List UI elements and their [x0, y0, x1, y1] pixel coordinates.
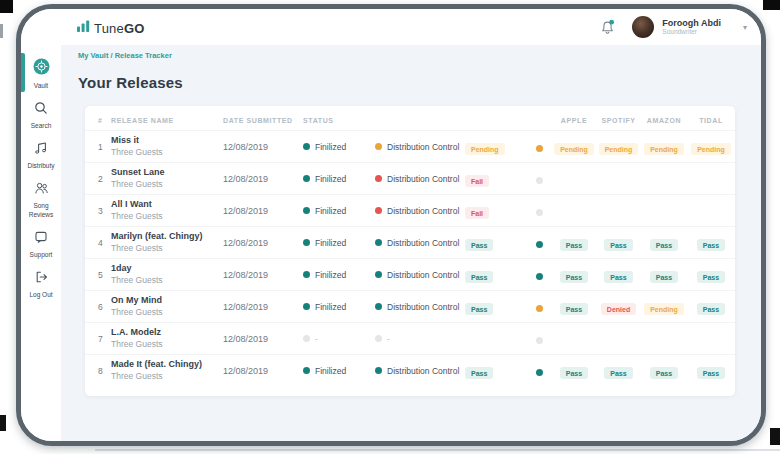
release-artist: Three Guests: [111, 243, 223, 254]
status-label: -: [387, 334, 390, 344]
status-badge: Pass: [560, 303, 588, 315]
spotify-result-cell: Pass: [596, 355, 641, 387]
sidebar-item-support[interactable]: Support: [21, 224, 61, 264]
status-badge: Pending: [691, 143, 731, 155]
amazon-result-cell: Pending: [641, 291, 687, 323]
status-dot-yellow: [536, 145, 543, 152]
status-dot-teal: [375, 303, 382, 310]
table-row[interactable]: 2Sunset LaneThree Guests12/08/2019Finili…: [85, 163, 735, 195]
finalized-status-cell: Finilized: [303, 195, 375, 227]
tidal-result-cell: [687, 163, 735, 195]
notifications-bell-icon[interactable]: [599, 19, 616, 36]
overall-result-cell: Pass: [465, 355, 527, 387]
finalized-status-cell: Finilized: [303, 355, 375, 387]
status-label: Distribution Control: [387, 174, 459, 184]
overall-result-cell: [465, 323, 527, 355]
distribution-status-cell: Distribution Control: [375, 291, 465, 323]
date-submitted: 12/08/2019: [223, 227, 303, 259]
release-name: L.A. Modelz: [111, 327, 223, 339]
release-artist: Three Guests: [111, 371, 223, 382]
overall-result-cell: Pending: [465, 131, 527, 163]
distribution-status-cell: Distribution Control: [375, 355, 465, 387]
sidebar-item-label: Log Out: [29, 291, 52, 299]
distribution-status-cell: Distribution Control: [375, 195, 465, 227]
status-dot-gray: [536, 177, 543, 184]
amazon-result-cell: Pending: [641, 131, 687, 163]
platform-status-dot-cell: [527, 355, 552, 387]
sidebar-item-search[interactable]: Search: [21, 95, 61, 135]
row-number: 2: [85, 163, 111, 195]
status-badge: Pass: [465, 271, 493, 283]
status-label: Finilized: [315, 302, 346, 312]
table-row[interactable]: 4Marilyn (feat. Chingy)Three Guests12/08…: [85, 227, 735, 259]
sidebar-item-vault[interactable]: Vault: [21, 52, 61, 95]
table-row[interactable]: 51dayThree Guests12/08/2019FinilizedDist…: [85, 259, 735, 291]
table-row[interactable]: 8Made It (feat. Chingy)Three Guests12/08…: [85, 355, 735, 387]
distribution-status-cell: Distribution Control: [375, 259, 465, 291]
column-header-apple: APPLE: [552, 106, 596, 131]
main-content: My Vault / Release Tracker Your Releases…: [61, 45, 761, 441]
column-header-status: STATUS: [303, 106, 465, 131]
mockup-edge-mark-left: [0, 24, 3, 38]
table-row[interactable]: 3All I WantThree Guests12/08/2019Finiliz…: [85, 195, 735, 227]
sidebar-item-song-reviews[interactable]: Song Reviews: [21, 175, 61, 223]
status-badge: Pass: [650, 271, 678, 283]
spotify-result-cell: Pass: [596, 259, 641, 291]
apple-result-cell: Pass: [552, 227, 596, 259]
column-header-amazon: AMAZON: [641, 106, 687, 131]
tunego-logo[interactable]: TuneGO: [77, 18, 145, 36]
sidebar-item-distributy[interactable]: Distributy: [21, 135, 61, 175]
status-dot-teal: [536, 273, 543, 280]
status-dot-teal: [536, 241, 543, 248]
spotify-result-cell: [596, 163, 641, 195]
release-name: On My Mind: [111, 295, 223, 307]
status-badge: Denied: [601, 303, 636, 315]
sidebar-item-label: Song Reviews: [23, 202, 59, 218]
table-row[interactable]: 1Miss itThree Guests12/08/2019FinilizedD…: [85, 131, 735, 163]
row-number: 6: [85, 291, 111, 323]
sidebar-item-log-out[interactable]: Log Out: [21, 264, 61, 304]
releases-card: # RELEASE NAME DATE SUBMITTED STATUS APP…: [85, 106, 735, 396]
status-label: Distribution Control: [387, 302, 459, 312]
status-dot-teal: [375, 367, 382, 374]
apple-result-cell: Pass: [552, 355, 596, 387]
status-badge: Pass: [650, 239, 678, 251]
apple-result-cell: Pending: [552, 131, 596, 163]
status-badge: Pending: [465, 143, 505, 155]
status-badge: Pass: [465, 303, 493, 315]
release-name: Made It (feat. Chingy): [111, 359, 223, 371]
user-avatar[interactable]: [632, 16, 654, 38]
finalized-status-cell: Finilized: [303, 259, 375, 291]
row-number: 3: [85, 195, 111, 227]
user-menu-chevron-down-icon[interactable]: ▾: [743, 23, 747, 32]
status-label: Distribution Control: [387, 366, 459, 376]
page-title: Your Releases: [78, 74, 761, 91]
release-name-cell: Sunset LaneThree Guests: [111, 163, 223, 195]
table-row[interactable]: 7L.A. ModelzThree Guests12/08/2019--: [85, 323, 735, 355]
status-badge: Pass: [604, 239, 632, 251]
spotify-result-cell: [596, 323, 641, 355]
release-name-cell: Marilyn (feat. Chingy)Three Guests: [111, 227, 223, 259]
tidal-result-cell: Pass: [687, 355, 735, 387]
status-dot-gray: [536, 337, 543, 344]
column-header-dot: [527, 106, 552, 131]
release-name: 1day: [111, 263, 223, 275]
sidebar: VaultSearchDistributySong ReviewsSupport…: [21, 45, 61, 441]
tidal-result-cell: Pass: [687, 259, 735, 291]
amazon-result-cell: [641, 323, 687, 355]
status-label: Finilized: [315, 174, 346, 184]
release-name: Marilyn (feat. Chingy): [111, 231, 223, 243]
column-header-tidal: TIDAL: [687, 106, 735, 131]
release-artist: Three Guests: [111, 147, 223, 158]
status-dot-teal: [303, 367, 310, 374]
row-number: 1: [85, 131, 111, 163]
app-body: VaultSearchDistributySong ReviewsSupport…: [21, 45, 761, 441]
platform-status-dot-cell: [527, 131, 552, 163]
status-badge: Fail: [465, 207, 489, 219]
status-dot-gray: [303, 335, 310, 342]
status-badge: Pass: [650, 367, 678, 379]
breadcrumb[interactable]: My Vault / Release Tracker: [78, 51, 761, 60]
amazon-result-cell: Pass: [641, 259, 687, 291]
table-row[interactable]: 6On My MindThree Guests12/08/2019Finiliz…: [85, 291, 735, 323]
status-dot-gray: [375, 335, 382, 342]
